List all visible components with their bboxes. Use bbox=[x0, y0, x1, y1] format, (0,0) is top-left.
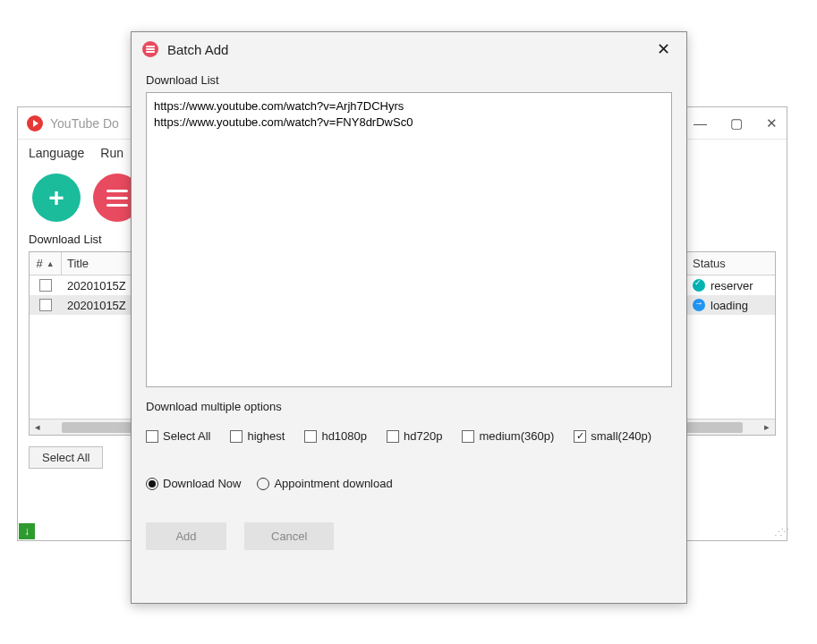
menu-language[interactable]: Language bbox=[29, 146, 84, 160]
multi-options-label: Download multiple options bbox=[146, 400, 672, 413]
col-index-label: # bbox=[36, 257, 42, 270]
dialog-titlebar: Batch Add ✕ bbox=[132, 32, 686, 66]
checkbox[interactable] bbox=[304, 430, 317, 443]
row-status: reserver bbox=[711, 279, 753, 292]
download-mode: Download Now Appointment download bbox=[146, 477, 672, 490]
window-controls: — ▢ ✕ bbox=[694, 115, 778, 131]
batch-add-dialog: Batch Add ✕ Download List Download multi… bbox=[131, 31, 687, 604]
quality-options: Select All highest hd1080p hd720p medium… bbox=[146, 429, 672, 443]
checkbox[interactable] bbox=[387, 430, 399, 443]
list-icon bbox=[106, 197, 128, 199]
checkbox[interactable]: ✓ bbox=[574, 430, 586, 443]
plus-icon: + bbox=[48, 182, 64, 213]
opt-medium360p[interactable]: medium(360p) bbox=[462, 429, 554, 443]
opt-hd1080p[interactable]: hd1080p bbox=[304, 429, 367, 443]
opt-label: hd1080p bbox=[321, 429, 367, 443]
mode-label: Appointment download bbox=[274, 477, 392, 490]
app-title: YouTube Do bbox=[50, 116, 119, 131]
app-icon bbox=[27, 115, 43, 131]
dialog-buttons: Add Cancel bbox=[146, 522, 672, 550]
checkbox[interactable] bbox=[230, 430, 243, 443]
opt-label: Select All bbox=[163, 429, 210, 443]
opt-hd720p[interactable]: hd720p bbox=[387, 429, 442, 443]
minimize-button[interactable]: — bbox=[694, 115, 707, 131]
opt-label: highest bbox=[247, 429, 285, 443]
url-textarea[interactable] bbox=[146, 92, 672, 387]
checkbox[interactable] bbox=[462, 430, 474, 443]
scroll-left-arrow[interactable]: ◂ bbox=[30, 421, 46, 433]
opt-label: hd720p bbox=[404, 429, 442, 443]
scroll-right-arrow[interactable]: ▸ bbox=[759, 421, 775, 433]
dialog-body: Download List Download multiple options … bbox=[132, 66, 686, 603]
opt-label: medium(360p) bbox=[479, 429, 554, 443]
resize-grip[interactable]: ⋰⋰ bbox=[774, 527, 785, 538]
add-confirm-button[interactable]: Add bbox=[146, 522, 226, 550]
dialog-list-label: Download List bbox=[146, 73, 672, 87]
maximize-button[interactable]: ▢ bbox=[730, 115, 743, 131]
cancel-button[interactable]: Cancel bbox=[244, 522, 334, 550]
opt-highest[interactable]: highest bbox=[230, 429, 285, 443]
opt-small240p[interactable]: ✓ small(240p) bbox=[574, 429, 651, 443]
mode-appointment[interactable]: Appointment download bbox=[257, 477, 392, 490]
dialog-title: Batch Add bbox=[167, 42, 228, 57]
mode-label: Download Now bbox=[163, 477, 241, 490]
mode-download-now[interactable]: Download Now bbox=[146, 477, 241, 490]
close-button[interactable]: ✕ bbox=[766, 115, 778, 131]
status-indicator: ↓ bbox=[19, 523, 35, 539]
add-button[interactable]: + bbox=[32, 174, 81, 222]
row-checkbox[interactable] bbox=[39, 299, 52, 311]
opt-select-all[interactable]: Select All bbox=[146, 429, 210, 443]
batch-icon bbox=[142, 41, 158, 57]
row-checkbox[interactable] bbox=[39, 279, 52, 292]
menu-run[interactable]: Run bbox=[100, 146, 123, 160]
opt-label: small(240p) bbox=[591, 429, 651, 443]
dialog-close-button[interactable]: ✕ bbox=[651, 38, 676, 61]
sort-asc-icon: ▲ bbox=[47, 259, 55, 268]
col-index[interactable]: # ▲ bbox=[30, 252, 62, 275]
select-all-button[interactable]: Select All bbox=[29, 446, 103, 469]
status-reserved-icon bbox=[693, 279, 705, 292]
row-status: loading bbox=[711, 299, 748, 312]
status-loading-icon bbox=[693, 299, 705, 311]
radio[interactable] bbox=[146, 478, 158, 490]
checkbox[interactable] bbox=[146, 430, 158, 443]
download-arrow-icon: ↓ bbox=[24, 525, 30, 538]
col-status[interactable]: Status bbox=[687, 252, 775, 275]
radio[interactable] bbox=[257, 478, 269, 490]
close-icon: ✕ bbox=[657, 40, 670, 58]
